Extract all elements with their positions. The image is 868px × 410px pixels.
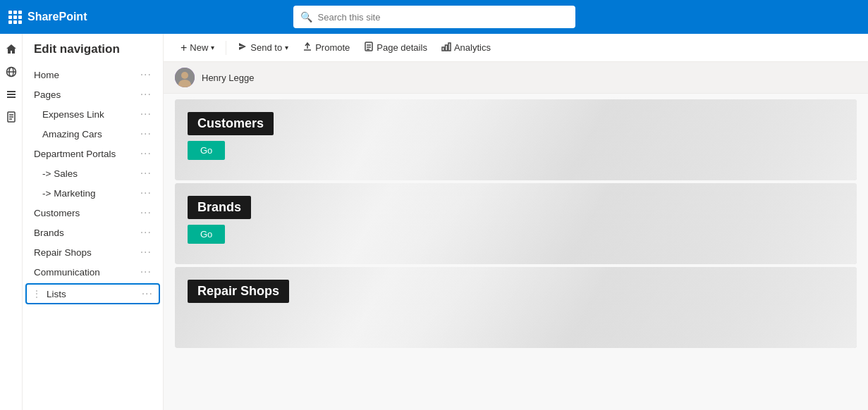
- nav-title: Edit navigation: [23, 42, 163, 65]
- svg-rect-17: [448, 43, 451, 51]
- toolbar-sep-1: [226, 41, 226, 55]
- promote-label: Promote: [315, 42, 350, 53]
- nav-label-expenses: Expenses Link: [42, 109, 104, 120]
- nav-item-home[interactable]: Home ···: [23, 65, 163, 85]
- customers-card-content: Customers Go: [188, 112, 274, 160]
- author-bar: Henry Legge: [164, 62, 868, 94]
- svg-rect-16: [445, 45, 447, 51]
- nav-item-pages[interactable]: Pages ···: [23, 85, 163, 104]
- home-nav-icon[interactable]: [1, 39, 21, 59]
- card-bg-brands: [175, 183, 857, 264]
- page-details-icon: [364, 42, 374, 54]
- page-nav-icon[interactable]: [1, 107, 21, 127]
- search-input[interactable]: [318, 12, 568, 23]
- nav-item-amazing-cars[interactable]: Amazing Cars ···: [23, 124, 163, 144]
- brands-card-title: Brands: [188, 196, 251, 219]
- nav-item-dots-expenses[interactable]: ···: [140, 108, 152, 120]
- globe-nav-icon[interactable]: [1, 62, 21, 82]
- pages-area: Customers Go Brands Go Repair Shops Go: [164, 94, 868, 354]
- nav-item-dots-lists[interactable]: ···: [142, 288, 153, 299]
- svg-rect-5: [7, 97, 16, 98]
- nav-panel: Edit navigation Home ··· Pages ··· Expen…: [23, 34, 164, 410]
- nav-label-communication: Communication: [34, 267, 100, 278]
- nav-item-dots-home[interactable]: ···: [140, 69, 152, 80]
- nav-label-pages: Pages: [34, 89, 61, 100]
- brands-card-content: Brands Go: [188, 196, 251, 244]
- repair-shops-card: Repair Shops Go: [175, 267, 857, 348]
- nav-item-expenses[interactable]: Expenses Link ···: [23, 104, 163, 124]
- nav-item-lists-active[interactable]: ⋮ Lists ···: [25, 283, 160, 304]
- analytics-button[interactable]: Analytics: [436, 39, 496, 56]
- new-button[interactable]: + New ▾: [175, 39, 220, 57]
- main-content: + New ▾ Send to ▾ Promote: [164, 34, 868, 410]
- customers-go-button[interactable]: Go: [188, 141, 225, 160]
- search-icon: 🔍: [300, 11, 312, 23]
- repair-shops-card-content: Repair Shops Go: [188, 280, 289, 328]
- card-bg-customers: [175, 99, 857, 180]
- nav-label-sales: -> Sales: [42, 168, 78, 179]
- nav-item-communication[interactable]: Communication ···: [23, 262, 163, 282]
- author-name: Henry Legge: [202, 73, 254, 83]
- nav-label-brands: Brands: [34, 228, 64, 238]
- left-icon-bar: [0, 34, 23, 410]
- nav-item-dept[interactable]: Department Portals ···: [23, 144, 163, 163]
- nav-item-sales[interactable]: -> Sales ···: [23, 163, 163, 183]
- svg-rect-15: [442, 47, 444, 51]
- new-label: New: [190, 42, 208, 53]
- app-logo[interactable]: SharePoint: [8, 11, 87, 24]
- app-name: SharePoint: [27, 11, 87, 23]
- search-bar: 🔍: [293, 6, 575, 28]
- nav-label-amazing-cars: Amazing Cars: [42, 129, 102, 139]
- list-nav-icon[interactable]: [1, 85, 21, 104]
- analytics-icon: [441, 42, 451, 54]
- promote-icon: [302, 42, 312, 54]
- plus-icon: +: [181, 42, 187, 54]
- nav-item-repair-shops[interactable]: Repair Shops ···: [23, 242, 163, 262]
- nav-item-marketing[interactable]: -> Marketing ···: [23, 183, 163, 203]
- top-bar: SharePoint 🔍: [0, 0, 868, 34]
- avatar-image: [175, 68, 195, 87]
- nav-label-repair-shops: Repair Shops: [34, 247, 92, 258]
- avatar: [175, 68, 195, 87]
- nav-label-marketing: -> Marketing: [42, 188, 95, 199]
- nav-item-dots-brands[interactable]: ···: [140, 227, 152, 238]
- nav-item-dots-amazing-cars[interactable]: ···: [140, 128, 152, 139]
- nav-item-brands[interactable]: Brands ···: [23, 223, 163, 242]
- nav-label-dept: Department Portals: [34, 149, 116, 159]
- nav-item-dots-dept[interactable]: ···: [140, 148, 152, 159]
- svg-rect-4: [7, 94, 16, 95]
- page-details-button[interactable]: Page details: [358, 39, 433, 56]
- waffle-icon[interactable]: [8, 11, 22, 24]
- customers-card: Customers Go: [175, 99, 857, 180]
- nav-item-dots-sales[interactable]: ···: [140, 168, 152, 179]
- nav-item-dots-marketing[interactable]: ···: [140, 187, 152, 199]
- new-chevron-icon: ▾: [211, 44, 214, 51]
- nav-item-dots-communication[interactable]: ···: [140, 266, 152, 278]
- nav-label-customers: Customers: [34, 208, 80, 218]
- nav-label-home: Home: [34, 70, 59, 80]
- nav-label-lists: Lists: [47, 289, 66, 299]
- brands-card: Brands Go: [175, 183, 857, 264]
- drag-handle-icon: ⋮: [32, 289, 41, 299]
- customers-card-title: Customers: [188, 112, 274, 135]
- analytics-label: Analytics: [454, 42, 491, 53]
- send-to-label: Send to: [250, 42, 282, 53]
- send-to-icon: [238, 42, 247, 54]
- nav-item-dots-customers[interactable]: ···: [140, 207, 152, 218]
- content-wrapper: Edit navigation Home ··· Pages ··· Expen…: [23, 34, 868, 410]
- brands-go-button[interactable]: Go: [188, 225, 225, 244]
- page-details-label: Page details: [377, 42, 427, 53]
- nav-item-customers[interactable]: Customers ···: [23, 203, 163, 223]
- svg-rect-3: [7, 91, 16, 92]
- send-to-chevron-icon: ▾: [285, 44, 288, 51]
- promote-button[interactable]: Promote: [297, 39, 355, 56]
- toolbar: + New ▾ Send to ▾ Promote: [164, 34, 868, 62]
- nav-item-dots-repair-shops[interactable]: ···: [140, 247, 152, 258]
- send-to-button[interactable]: Send to ▾: [232, 39, 294, 56]
- svg-point-19: [181, 72, 188, 79]
- nav-item-dots-pages[interactable]: ···: [140, 89, 152, 100]
- repair-shops-card-title: Repair Shops: [188, 280, 289, 303]
